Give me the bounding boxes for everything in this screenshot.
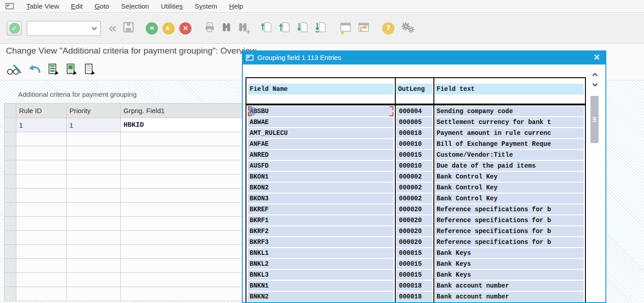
- command-field[interactable]: [27, 21, 101, 36]
- field-name-cell[interactable]: BNKL3: [248, 270, 393, 280]
- column-header-field-name[interactable]: Field Name: [248, 84, 393, 94]
- field-name-cell[interactable]: ANFAE: [248, 139, 393, 149]
- next-page-icon[interactable]: [297, 21, 309, 35]
- list-item[interactable]: BNKN2 000018 Bank account number: [246, 292, 585, 302]
- outleng-cell[interactable]: 000015: [396, 150, 432, 160]
- field-name-cell[interactable]: BKRF2: [248, 226, 393, 236]
- outleng-cell[interactable]: 000010: [396, 139, 432, 149]
- menu-table-view[interactable]: Table View: [20, 1, 65, 11]
- column-header-outleng[interactable]: OutLeng: [396, 84, 432, 94]
- list-item[interactable]: BNKL2 000015 Bank Keys: [246, 259, 585, 269]
- menu-help[interactable]: Help: [223, 1, 249, 11]
- save-icon[interactable]: [123, 22, 134, 35]
- menu-edit[interactable]: Edit: [65, 1, 88, 11]
- field-name-cell[interactable]: BKON3: [248, 194, 393, 204]
- field-name-cell[interactable]: BKRF3: [248, 237, 393, 247]
- field-name-cell[interactable]: BKREF: [248, 204, 393, 214]
- outleng-cell[interactable]: 000020: [396, 237, 432, 247]
- column-header-rule-id[interactable]: Rule ID: [16, 104, 67, 118]
- field-text-cell[interactable]: Due date of the paid items: [435, 161, 584, 171]
- display-change-icon[interactable]: [6, 63, 22, 76]
- list-item[interactable]: BKRF1 000020 Reference specifications fo…: [246, 215, 585, 225]
- field-name-cell[interactable]: BKON1: [248, 172, 393, 182]
- select-block-icon[interactable]: [66, 64, 78, 75]
- collapse-icon[interactable]: «: [108, 21, 117, 35]
- list-item[interactable]: AMT_RULECU 000018 Payment amount in rule…: [246, 128, 585, 138]
- outleng-cell[interactable]: 000002: [396, 194, 432, 204]
- enter-button[interactable]: ✓: [7, 21, 22, 35]
- last-page-icon[interactable]: [315, 21, 327, 35]
- field-text-cell[interactable]: Bank account number: [435, 292, 584, 302]
- list-item[interactable]: BKON3 000002 Bank Control Key: [246, 194, 585, 204]
- field-text-cell[interactable]: Settlement currency for bank t: [435, 117, 584, 127]
- field-text-cell[interactable]: Custome/Vendor:Title: [435, 150, 584, 160]
- find-next-icon[interactable]: +: [238, 22, 248, 34]
- list-item[interactable]: ABSBU 000004 Sending company code: [246, 106, 585, 116]
- row-selector[interactable]: [5, 118, 16, 132]
- menu-system[interactable]: System: [189, 1, 223, 11]
- outleng-cell[interactable]: 000018: [396, 128, 432, 138]
- list-item[interactable]: BKON1 000002 Bank Control Key: [246, 172, 585, 182]
- field-text-cell[interactable]: Reference specifications for b: [435, 226, 584, 236]
- scrollbar-thumb[interactable]: [590, 96, 599, 143]
- scroll-up-icon[interactable]: [590, 70, 600, 79]
- close-icon[interactable]: ×: [591, 51, 603, 63]
- list-item[interactable]: BNKL1 000015 Bank Keys: [246, 248, 585, 258]
- field-name-cell[interactable]: BKON2: [248, 183, 393, 193]
- field-name-cell[interactable]: ANRED: [248, 150, 393, 160]
- command-input[interactable]: [29, 22, 88, 34]
- create-shortcut-icon[interactable]: [358, 22, 369, 35]
- outleng-cell[interactable]: 000018: [396, 292, 432, 302]
- exit-icon[interactable]: «: [162, 22, 175, 35]
- field-name-cell[interactable]: BNKN1: [248, 281, 393, 291]
- field-text-cell[interactable]: Reference specifications for b: [435, 237, 584, 247]
- field-text-cell[interactable]: Reference specifications for b: [435, 215, 584, 225]
- list-item[interactable]: BNKL3 000015 Bank Keys: [246, 270, 585, 280]
- deselect-all-icon[interactable]: [84, 64, 96, 75]
- field-text-cell[interactable]: Bank Keys: [435, 270, 584, 280]
- previous-page-icon[interactable]: [279, 21, 290, 35]
- field-name-cell[interactable]: ABSBU: [248, 106, 393, 116]
- field-name-cell[interactable]: AMT_RULECU: [248, 128, 393, 138]
- chevron-down-icon[interactable]: [91, 26, 98, 30]
- outleng-cell[interactable]: 000005: [396, 117, 432, 127]
- field-text-cell[interactable]: Bank Keys: [435, 259, 584, 269]
- select-all-icon[interactable]: [48, 64, 60, 75]
- field-text-cell[interactable]: Payment amount in rule currenc: [435, 128, 584, 138]
- outleng-cell[interactable]: 000018: [396, 281, 432, 291]
- dialog-scrollbar[interactable]: [590, 68, 600, 299]
- undo-icon[interactable]: [28, 64, 42, 75]
- field-text-cell[interactable]: Bank Control Key: [435, 172, 584, 182]
- find-icon[interactable]: [221, 22, 231, 34]
- outleng-cell[interactable]: 000010: [396, 161, 432, 171]
- menu-goto[interactable]: Goto: [88, 1, 115, 11]
- field-name-cell[interactable]: AUSFD: [248, 161, 393, 171]
- list-item[interactable]: BNKN1 000018 Bank account number: [246, 281, 585, 291]
- list-item[interactable]: BKRF3 000020 Reference specifications fo…: [246, 237, 585, 247]
- outleng-cell[interactable]: 000020: [396, 226, 432, 236]
- column-header-field-text[interactable]: Field text: [435, 84, 584, 94]
- print-icon[interactable]: [204, 22, 215, 34]
- list-item[interactable]: BKRF2 000020 Reference specifications fo…: [246, 226, 585, 236]
- outleng-cell[interactable]: 000020: [396, 204, 432, 214]
- outleng-cell[interactable]: 000004: [396, 106, 432, 116]
- priority-cell[interactable]: 1: [67, 118, 121, 132]
- help-icon[interactable]: ?: [382, 22, 394, 35]
- row-selector-header[interactable]: [5, 104, 16, 118]
- dialog-title-bar[interactable]: Grouping field 1 113 Entries ×: [242, 50, 606, 65]
- scroll-down-icon[interactable]: [590, 80, 600, 89]
- outleng-cell[interactable]: 000015: [396, 270, 432, 280]
- field-text-cell[interactable]: Bank Control Key: [435, 183, 584, 193]
- field-text-cell[interactable]: Sending company code: [435, 106, 584, 116]
- list-item[interactable]: AUSFD 000010 Due date of the paid items: [246, 161, 585, 171]
- list-item[interactable]: BKON2 000002 Bank Control Key: [246, 183, 585, 193]
- field-name-cell[interactable]: ABWAE: [248, 117, 393, 127]
- field-text-cell[interactable]: Reference specifications for b: [435, 204, 584, 214]
- outleng-cell[interactable]: 000015: [396, 259, 432, 269]
- field-text-cell[interactable]: Bank account number: [435, 281, 584, 291]
- list-item[interactable]: ANRED 000015 Custome/Vendor:Title: [246, 150, 585, 160]
- cancel-icon[interactable]: ×: [179, 22, 192, 35]
- field-name-cell[interactable]: BNKN2: [248, 292, 393, 302]
- outleng-cell[interactable]: 000020: [396, 215, 432, 225]
- field-text-cell[interactable]: Bank Control Key: [435, 194, 584, 204]
